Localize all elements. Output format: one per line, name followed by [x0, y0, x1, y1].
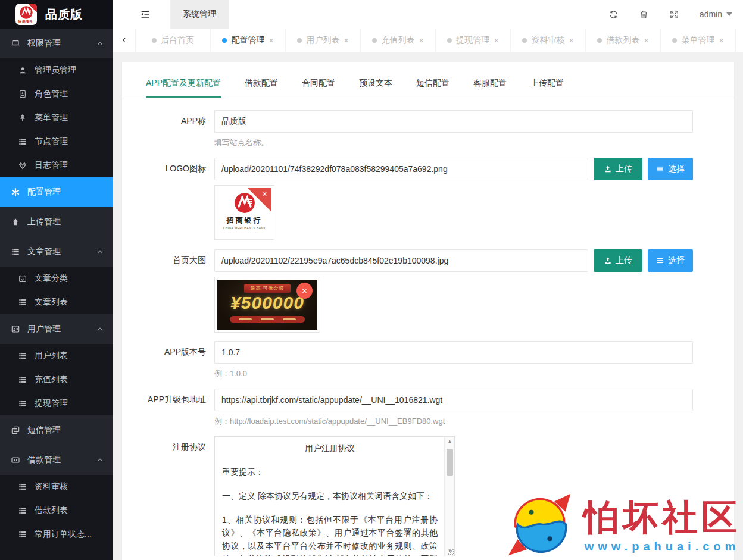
app-name-input[interactable] — [214, 110, 693, 133]
config-form: APP称 填写站点名称。 LOGO图标 — [122, 98, 734, 556]
tabs-scroll-left-icon[interactable] — [113, 29, 136, 52]
field-label-agreement: 注册协议 — [122, 436, 214, 556]
tab-contract-config[interactable]: 合同配置 — [302, 78, 335, 98]
site-watermark: 怕坏社区 www.pahuai.com — [506, 491, 741, 560]
banner-preview: 最高 可借金额 ¥500000 — [214, 277, 320, 333]
logo-path-input[interactable] — [214, 158, 588, 180]
chevron-up-icon — [96, 248, 104, 255]
tab-preset-text[interactable]: 预设文本 — [359, 78, 392, 98]
trash-icon[interactable] — [639, 10, 649, 20]
tab-menu-mgmt[interactable]: 菜单管理 — [661, 29, 736, 52]
field-label-version: APP版本号 — [122, 341, 214, 378]
tab-sms-config[interactable]: 短信配置 — [416, 78, 449, 98]
collapse-sidebar-icon[interactable] — [139, 9, 151, 20]
username: admin — [700, 10, 722, 19]
close-icon[interactable] — [494, 36, 498, 45]
user-icon — [18, 65, 27, 75]
sidebar-item-order-status[interactable]: 常用订单状态... — [0, 523, 113, 546]
tab-dot — [597, 38, 602, 43]
asterisk-icon — [11, 187, 20, 197]
sidebar-item-upload-mgmt[interactable]: 上传管理 — [0, 207, 113, 237]
sidebar-item-config-mgmt[interactable]: 配置管理 — [0, 177, 113, 207]
tab-config-mgmt[interactable]: 配置管理 — [211, 29, 286, 52]
module-tab-system[interactable]: 系统管理 — [170, 0, 229, 29]
tab-data-review[interactable]: 资料审核 — [511, 29, 586, 52]
close-icon[interactable] — [719, 36, 723, 45]
list-icon — [18, 137, 27, 146]
tab-dot — [447, 38, 452, 43]
tab-recharge-list[interactable]: 充值列表 — [361, 29, 436, 52]
close-icon[interactable] — [344, 36, 348, 45]
sidebar-item-sms-mgmt[interactable]: 短信管理 — [0, 415, 113, 445]
app-title: 品质版 — [45, 7, 83, 23]
tab-dot — [297, 38, 302, 43]
tab-loan-list[interactable]: 借款列表 — [586, 29, 661, 52]
banner-badge: 最高 可借金额 — [244, 284, 290, 293]
tab-dashboard[interactable]: 后台首页 — [136, 29, 211, 52]
scroll-up-icon[interactable] — [445, 437, 455, 446]
version-input[interactable] — [214, 341, 693, 364]
agreement-title: 用户注册协议 — [222, 442, 438, 455]
sidebar-item-log-mgmt[interactable]: 日志管理 — [0, 154, 113, 177]
tab-service-config[interactable]: 客服配置 — [473, 78, 507, 98]
remove-banner-icon[interactable] — [296, 283, 313, 299]
tab-upload-config[interactable]: 上传配置 — [530, 78, 564, 98]
sidebar-item-menu-mgmt[interactable]: 菜单管理 — [0, 106, 113, 130]
tab-app-config[interactable]: APP配置及更新配置 — [146, 78, 221, 98]
remove-logo-icon[interactable] — [262, 190, 267, 198]
scrollbar[interactable] — [444, 437, 454, 556]
sidebar: 招商银行 品质版 权限管理 管理员管理 角色管理 菜单管理 节点管理 — [0, 0, 113, 560]
list-icon — [18, 482, 27, 492]
main-content: APP配置及更新配置 借款配置 合同配置 预设文本 短信配置 客服配置 上传配置… — [113, 53, 743, 560]
banner-path-input[interactable] — [214, 249, 588, 272]
banner-upload-button[interactable]: 上传 — [594, 249, 642, 272]
menu-bars-icon — [656, 256, 664, 265]
tab-withdraw-mgmt[interactable]: 提现管理 — [436, 29, 511, 52]
close-icon[interactable] — [644, 36, 648, 45]
sidebar-item-loan-mgmt[interactable]: 借款管理 — [0, 445, 113, 475]
list-icon — [18, 351, 27, 361]
sidebar-item-article-category[interactable]: 文章分类 — [0, 267, 113, 290]
sidebar-item-role-mgmt[interactable]: 角色管理 — [0, 82, 113, 106]
sidebar-item-recharge-list[interactable]: 充值列表 — [0, 368, 113, 392]
tabs-scroll-right-icon[interactable] — [736, 29, 743, 52]
fullscreen-icon[interactable] — [669, 10, 679, 20]
list-icon — [11, 247, 20, 256]
sidebar-item-user-list[interactable]: 用户列表 — [0, 344, 113, 368]
upgrade-url-input[interactable] — [214, 389, 693, 411]
sidebar-item-loan-list[interactable]: 借款列表 — [0, 499, 113, 523]
upgrade-url-help: 例：http://loadaip.test.com/static/appupda… — [214, 416, 693, 426]
logo-choose-button[interactable]: 选择 — [648, 158, 693, 180]
tab-loan-config[interactable]: 借款配置 — [245, 78, 278, 98]
sidebar-item-data-review[interactable]: 资料审核 — [0, 475, 113, 499]
resize-grip-icon[interactable] — [448, 549, 454, 555]
refresh-icon[interactable] — [608, 10, 619, 20]
scrollbar-thumb[interactable] — [447, 449, 453, 476]
banner-image: 最高 可借金额 ¥500000 — [217, 280, 317, 330]
field-label-upgrade-url: APP升级包地址 — [122, 389, 214, 426]
sidebar-item-admin-mgmt[interactable]: 管理员管理 — [0, 58, 113, 82]
tab-dot — [152, 38, 157, 43]
user-menu[interactable]: admin — [700, 10, 737, 19]
tab-user-list[interactable]: 用户列表 — [286, 29, 361, 52]
logo-upload-button[interactable]: 上传 — [594, 158, 642, 180]
close-icon[interactable] — [269, 36, 273, 45]
config-panel: APP配置及更新配置 借款配置 合同配置 预设文本 短信配置 客服配置 上传配置… — [122, 62, 734, 560]
menu-bars-icon — [656, 165, 664, 173]
sidebar-item-node-mgmt[interactable]: 节点管理 — [0, 130, 113, 154]
gem-icon — [18, 161, 27, 170]
sidebar-item-article-mgmt[interactable]: 文章管理 — [0, 237, 113, 267]
close-icon[interactable] — [419, 36, 423, 45]
sidebar-item-permission-mgmt[interactable]: 权限管理 — [0, 29, 113, 58]
agreement-textarea[interactable]: 用户注册协议 重要提示： 一、定义 除本协议另有规定，本协议相关词语含义如下： … — [214, 436, 455, 556]
brand-header: 招商银行 品质版 — [0, 0, 113, 29]
list-icon — [18, 530, 27, 539]
sidebar-item-user-mgmt[interactable]: 用户管理 — [0, 314, 113, 344]
close-icon[interactable] — [569, 36, 573, 45]
upload-icon — [604, 165, 612, 173]
laptop-icon — [11, 39, 20, 48]
banner-choose-button[interactable]: 选择 — [648, 249, 693, 272]
tab-dot — [372, 38, 377, 43]
sidebar-item-withdraw-mgmt[interactable]: 提现管理 — [0, 392, 113, 415]
sidebar-item-article-list[interactable]: 文章列表 — [0, 290, 113, 314]
